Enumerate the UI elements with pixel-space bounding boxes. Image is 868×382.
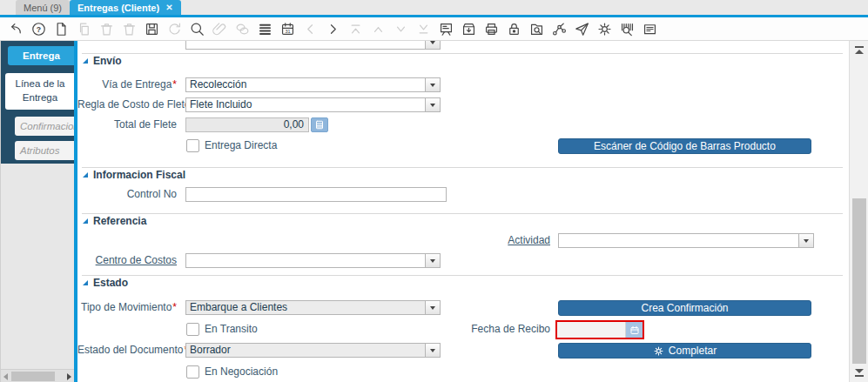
- en-transito-label: En Transito: [205, 322, 258, 337]
- find-icon[interactable]: [189, 21, 205, 37]
- calendar-icon: [629, 325, 640, 336]
- section-title: Informacion Fiscal: [93, 169, 185, 181]
- estado-del-documento-label: Estado del Documento*: [77, 343, 177, 358]
- scroll-up-icon[interactable]: [855, 46, 864, 54]
- next-record-icon[interactable]: [325, 21, 341, 37]
- section-divider: [82, 53, 843, 54]
- svg-text:?: ?: [37, 24, 41, 33]
- new-record-icon[interactable]: [53, 21, 70, 37]
- delete-record-icon: [98, 21, 115, 37]
- collapse-triangle-icon: [83, 218, 88, 224]
- sidebar-tab-atributos: Atributos: [15, 141, 75, 160]
- print-icon[interactable]: [483, 21, 500, 37]
- chevron-down-icon: [804, 239, 809, 243]
- svg-text:31: 31: [285, 28, 290, 33]
- process-icon[interactable]: [596, 21, 613, 37]
- completar-button[interactable]: Completar: [558, 343, 811, 359]
- regla-costo-flete-combobox[interactable]: Flete Incluido: [185, 97, 441, 112]
- section-header-fiscal[interactable]: Informacion Fiscal: [83, 169, 185, 181]
- grid-toggle-icon[interactable]: [257, 21, 273, 37]
- horizontal-scrollbar[interactable]: [1, 369, 75, 382]
- chevron-down-icon: [430, 259, 435, 263]
- sidebar-tab-entrega[interactable]: Entrega: [8, 46, 75, 65]
- copy-record-icon: [76, 21, 92, 37]
- calculator-icon: [314, 119, 325, 131]
- via-de-entrega-label: Vía de Entrega*: [77, 77, 177, 92]
- dropdown-button[interactable]: [425, 41, 440, 49]
- entrega-directa-label: Entrega Directa: [205, 138, 277, 153]
- dropdown-button[interactable]: [798, 234, 813, 247]
- dropdown-button[interactable]: [425, 78, 440, 91]
- dropdown-button[interactable]: [425, 254, 440, 267]
- chat-icon: [234, 21, 251, 37]
- en-negociacion-label: En Negociación: [205, 365, 278, 379]
- calendar-icon[interactable]: 31: [279, 21, 296, 37]
- crea-confirmacion-button[interactable]: Crea Confirmación: [558, 300, 811, 316]
- find-report-icon[interactable]: [528, 21, 545, 37]
- archive-icon[interactable]: [461, 21, 477, 37]
- en-transito-checkbox[interactable]: [186, 323, 199, 336]
- gear-icon: [653, 345, 664, 357]
- centro-de-costos-label[interactable]: Centro de Costos: [77, 253, 177, 268]
- calendar-picker-button[interactable]: [626, 322, 643, 338]
- centro-de-costos-combobox[interactable]: [185, 253, 441, 268]
- fecha-de-recibo-field-highlighted[interactable]: [555, 320, 644, 339]
- chevron-down-icon: [430, 84, 435, 87]
- window-tab-entregas-cliente[interactable]: Entregas (Cliente) ✕: [70, 0, 181, 15]
- undo-icon[interactable]: [8, 21, 24, 37]
- collapse-triangle-icon: [83, 172, 88, 178]
- section-header-referencia[interactable]: Referencia: [83, 215, 146, 227]
- total-de-flete-field[interactable]: 0,00: [185, 117, 309, 132]
- detail-record-icon: [393, 21, 409, 37]
- actividad-label[interactable]: Actividad: [454, 233, 550, 248]
- report-icon[interactable]: [438, 21, 454, 37]
- tipo-de-movimiento-combobox[interactable]: Embarque a Clientes: [185, 300, 441, 315]
- toolbar: ?31: [0, 17, 868, 41]
- section-divider: [82, 167, 843, 168]
- sidebar-tab-linea-de-la-entrega[interactable]: Línea de la Entrega: [5, 73, 75, 110]
- scroll-right-icon[interactable]: [67, 373, 71, 380]
- save-icon[interactable]: [144, 21, 160, 37]
- help-icon[interactable]: ?: [30, 21, 47, 37]
- estado-del-documento-combobox[interactable]: Borrador: [185, 343, 441, 358]
- chevron-down-icon: [430, 349, 435, 352]
- send-request-icon[interactable]: [574, 21, 590, 37]
- dropdown-button[interactable]: [425, 98, 440, 111]
- vertical-scroll-thumb[interactable]: [852, 198, 866, 364]
- required-marker: *: [172, 301, 177, 313]
- control-no-input[interactable]: [185, 187, 447, 202]
- collapse-triangle-icon: [83, 280, 88, 285]
- entrega-directa-checkbox[interactable]: [186, 139, 199, 152]
- chevron-down-icon: [430, 41, 435, 44]
- scroll-left-icon[interactable]: [3, 373, 8, 380]
- workflow-icon[interactable]: [551, 21, 568, 37]
- window-tab-menu[interactable]: Menú (9): [16, 0, 70, 15]
- dropdown-button[interactable]: [425, 301, 440, 314]
- delete-selection-icon: [121, 21, 138, 37]
- via-de-entrega-combobox[interactable]: Recolección: [185, 77, 441, 92]
- en-negociacion-checkbox[interactable]: [186, 365, 199, 379]
- horizontal-scroll-thumb[interactable]: [11, 372, 55, 381]
- window-body: EntregaLínea de la EntregaConfirmacionAt…: [0, 41, 868, 382]
- refresh-icon: [166, 21, 183, 37]
- section-header-envio[interactable]: Envío: [83, 55, 122, 67]
- tab-rail: EntregaLínea de la EntregaConfirmacionAt…: [0, 41, 74, 382]
- about-icon[interactable]: [642, 21, 658, 37]
- close-icon[interactable]: ✕: [165, 3, 172, 12]
- section-header-estado[interactable]: Estado: [83, 277, 128, 289]
- section-divider: [82, 213, 843, 214]
- scroll-down-icon[interactable]: [855, 369, 864, 377]
- app-window: Menú (9) Entregas (Cliente) ✕ ?31 Entreg…: [0, 0, 868, 382]
- barcode-scanner-button[interactable]: Escáner de Código de Barras Producto: [558, 138, 811, 154]
- vertical-scrollbar[interactable]: [849, 41, 868, 382]
- product-info-icon[interactable]: [619, 21, 636, 37]
- dropdown-button[interactable]: [425, 344, 440, 357]
- lock-icon[interactable]: [506, 21, 522, 37]
- section-title: Estado: [93, 277, 128, 289]
- section-divider: [82, 275, 843, 276]
- fecha-de-recibo-input[interactable]: [557, 322, 626, 338]
- calculator-button[interactable]: [311, 117, 328, 132]
- clipped-top-combobox[interactable]: [185, 41, 441, 50]
- parent-record-icon: [370, 21, 387, 37]
- actividad-combobox[interactable]: [558, 233, 814, 248]
